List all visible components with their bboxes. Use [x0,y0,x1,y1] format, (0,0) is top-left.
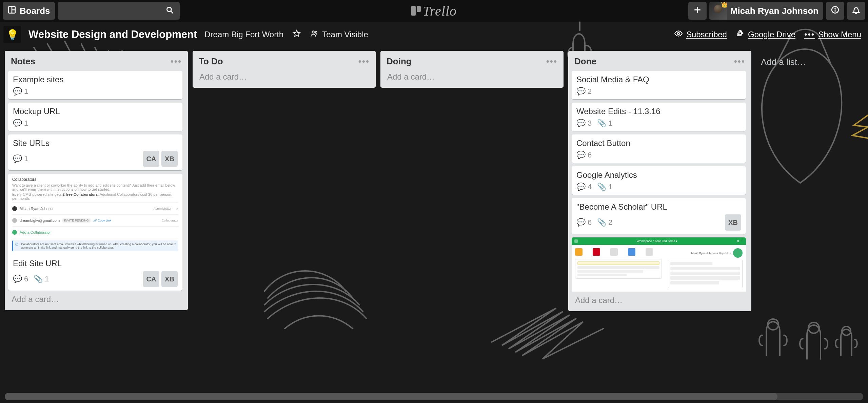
attachments-badge: 📎2 [597,218,612,227]
comment-icon: 💬 [13,275,22,283]
card-title: Contact Button [576,139,741,148]
add-card-button[interactable]: Add a card… [196,71,372,83]
list-title[interactable]: Doing [387,56,546,67]
add-list-button[interactable]: Add a list… [756,51,868,73]
team-link[interactable]: Dream Big Fort Worth [204,30,283,39]
crown-icon: 👑 [721,2,727,8]
card-title: Mockup URL [13,107,178,116]
search-input[interactable] [58,2,180,20]
list-menu-button[interactable]: ••• [546,56,557,67]
comment-icon: 💬 [13,87,22,96]
list-todo: To Do ••• Add a card… [193,51,376,88]
attachments-badge: 📎1 [597,119,612,128]
card-title: Website Edits - 11.3.16 [576,107,741,116]
board-header: 💡 Website Design and Development Dream B… [0,22,868,47]
boards-icon [7,5,16,17]
plus-icon [693,5,702,17]
list-done: Done ••• Social Media & FAQ 💬2 Website E… [568,51,751,311]
search-icon [165,6,174,16]
create-button[interactable] [688,2,707,20]
list-title[interactable]: Done [574,56,734,67]
card[interactable]: Example sites 💬1 [8,71,182,99]
comments-badge: 💬6 [13,275,28,283]
eye-icon [674,29,683,40]
card[interactable]: Contact Button 💬6 [572,134,746,163]
card-title: Edit Site URL [13,259,178,268]
add-card-button[interactable]: Add a card… [384,71,560,83]
ellipsis-icon: ••• [734,56,745,66]
card-title: Social Media & FAQ [576,75,741,84]
card[interactable]: Collaborators Want to give a client or c… [8,174,182,291]
ellipsis-icon: ••• [171,56,182,66]
add-card-button[interactable]: Add a card… [572,292,748,306]
card[interactable]: Workspace / Featured Items ▾⚙ ⋯ [572,237,746,292]
card[interactable]: Site URLs 💬1 CA XB [8,134,182,170]
visibility-button[interactable]: Team Visible [310,29,368,40]
comment-icon: 💬 [576,218,586,227]
member-avatar[interactable]: CA [143,151,159,167]
boards-label: Boards [20,6,50,16]
horizontal-scrollbar[interactable] [5,393,863,400]
list-menu-button[interactable]: ••• [171,56,182,67]
info-button[interactable] [826,2,844,20]
ellipsis-icon: ••• [546,56,557,66]
visibility-label: Team Visible [322,30,368,39]
card-title: Example sites [13,75,178,84]
list-title[interactable]: Notes [11,56,171,67]
comments-badge: 💬2 [576,87,592,96]
member-avatar[interactable]: XB [161,151,178,167]
list-menu-button[interactable]: ••• [358,56,370,67]
comment-icon: 💬 [576,183,586,191]
svg-point-11 [315,31,317,33]
attachment-icon: 📎 [597,183,606,191]
add-card-button[interactable]: Add a card… [8,291,184,305]
member-avatar[interactable]: XB [725,214,741,231]
card[interactable]: "Become A Scholar" URL 💬6 📎2 XB [572,198,746,234]
svg-line-4 [171,11,173,14]
comment-icon: 💬 [576,87,586,96]
comments-badge: 💬3 [576,119,592,128]
list-doing: Doing ••• Add a card… [380,51,564,88]
card[interactable]: Mockup URL 💬1 [8,103,182,131]
comment-icon: 💬 [13,119,22,128]
board-icon[interactable]: 💡 [3,26,21,43]
ellipsis-icon: ••• [804,30,815,39]
comment-icon: 💬 [576,119,586,128]
card-title: "Become A Scholar" URL [576,202,741,212]
attachment-icon: 📎 [597,218,606,227]
card[interactable]: Social Media & FAQ 💬2 [572,71,746,99]
board-title[interactable]: Website Design and Development [28,28,197,41]
scrollbar-thumb[interactable] [5,393,777,400]
user-menu[interactable]: 👑 Micah Ryan Johnson [709,2,823,20]
card[interactable]: Website Edits - 11.3.16 💬3 📎1 [572,103,746,131]
show-menu-button[interactable]: ••• Show Menu [804,30,861,39]
list-title[interactable]: To Do [199,56,358,67]
avatar: 👑 [709,2,727,20]
trello-logo[interactable]: Trello [411,3,457,19]
google-drive-link[interactable]: Google Drive [736,29,795,40]
info-icon [831,5,840,17]
attachments-badge: 📎1 [597,183,612,191]
comments-badge: 💬1 [13,119,28,128]
comments-badge: 💬1 [13,154,28,163]
comments-badge: 💬4 [576,183,592,191]
list-menu-button[interactable]: ••• [734,56,745,67]
card-title: Google Analytics [576,170,741,180]
svg-point-10 [312,31,315,33]
member-avatar[interactable]: XB [161,271,178,287]
trello-logo-icon [411,6,421,16]
trello-logo-text: Trello [423,3,457,19]
google-drive-icon [736,29,745,40]
svg-point-3 [167,7,171,12]
boards-button[interactable]: Boards [3,2,55,20]
comment-icon: 💬 [576,151,586,160]
member-avatar[interactable]: CA [143,271,159,287]
list-notes: Notes ••• Example sites 💬1 Mockup URL 💬1… [5,51,188,310]
attachment-icon: 📎 [597,119,606,128]
subscribed-link[interactable]: Subscribed [674,29,727,40]
star-button[interactable] [292,29,301,40]
notifications-button[interactable] [847,2,865,20]
star-icon [292,29,301,40]
card[interactable]: Google Analytics 💬4 📎1 [572,166,746,195]
info-icon: ⓘ [15,242,18,249]
